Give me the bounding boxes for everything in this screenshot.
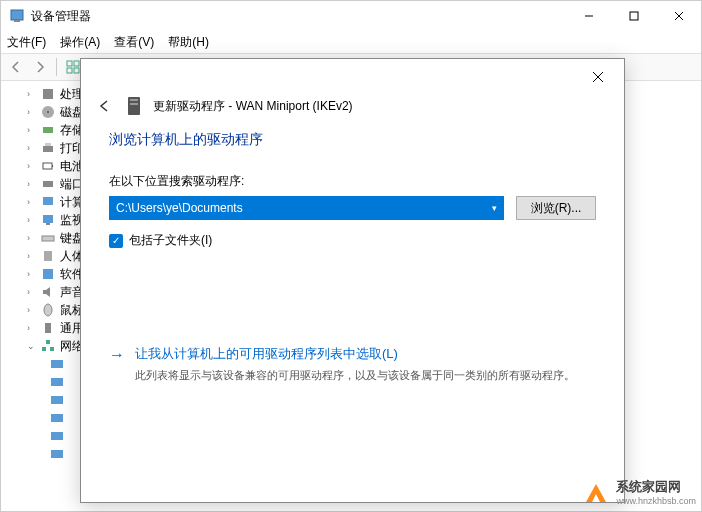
update-driver-dialog: 更新驱动程序 - WAN Miniport (IKEv2) 浏览计算机上的驱动程… bbox=[80, 58, 625, 503]
network-icon bbox=[40, 338, 56, 354]
expander-icon[interactable]: › bbox=[27, 179, 36, 189]
svg-rect-34 bbox=[42, 236, 54, 241]
arrow-right-icon: → bbox=[109, 345, 125, 384]
sound-icon bbox=[40, 284, 56, 300]
svg-rect-42 bbox=[46, 340, 50, 344]
svg-rect-53 bbox=[130, 103, 138, 105]
svg-rect-3 bbox=[630, 12, 638, 20]
storage-icon bbox=[40, 122, 56, 138]
svg-rect-31 bbox=[43, 197, 53, 205]
pick-text: 让我从计算机上的可用驱动程序列表中选取(L) 此列表将显示与该设备兼容的可用驱动… bbox=[135, 345, 575, 384]
close-button[interactable] bbox=[656, 1, 701, 31]
port-icon bbox=[40, 176, 56, 192]
dialog-close-button[interactable] bbox=[578, 62, 618, 92]
battery-icon bbox=[40, 158, 56, 174]
svg-rect-46 bbox=[51, 414, 63, 422]
svg-rect-36 bbox=[43, 269, 53, 279]
svg-rect-52 bbox=[130, 99, 138, 101]
app-icon bbox=[9, 8, 25, 24]
menu-file[interactable]: 文件(F) bbox=[7, 34, 46, 51]
expander-icon[interactable]: › bbox=[27, 323, 36, 333]
computer-icon bbox=[40, 194, 56, 210]
path-combobox[interactable]: C:\Users\ye\Documents ▾ bbox=[109, 196, 504, 220]
svg-rect-22 bbox=[43, 89, 53, 99]
svg-rect-28 bbox=[43, 163, 52, 169]
toolbar-separator bbox=[56, 58, 57, 76]
dialog-titlebar bbox=[81, 59, 624, 95]
cpu-icon bbox=[40, 86, 56, 102]
expander-icon[interactable]: › bbox=[27, 305, 36, 315]
browse-button[interactable]: 浏览(R)... bbox=[516, 196, 596, 220]
device-icon bbox=[125, 95, 143, 117]
back-button[interactable] bbox=[93, 95, 115, 117]
pick-description: 此列表将显示与该设备兼容的可用驱动程序，以及与该设备属于同一类别的所有驱动程序。 bbox=[135, 367, 575, 384]
expander-icon[interactable]: › bbox=[27, 143, 36, 153]
adapter-icon bbox=[49, 446, 65, 462]
svg-rect-32 bbox=[43, 215, 53, 223]
dialog-heading: 浏览计算机上的驱动程序 bbox=[109, 131, 596, 149]
back-arrow-icon[interactable] bbox=[5, 56, 27, 78]
expander-icon[interactable]: › bbox=[27, 215, 36, 225]
expander-icon[interactable]: › bbox=[27, 89, 36, 99]
watermark-text: 系统家园网 bbox=[616, 479, 681, 494]
adapter-icon bbox=[49, 374, 65, 390]
pick-title: 让我从计算机上的可用驱动程序列表中选取(L) bbox=[135, 345, 575, 363]
expander-icon[interactable]: › bbox=[27, 269, 36, 279]
forward-arrow-icon[interactable] bbox=[29, 56, 51, 78]
window-controls bbox=[566, 1, 701, 31]
menu-help[interactable]: 帮助(H) bbox=[168, 34, 209, 51]
close-icon bbox=[592, 71, 604, 83]
adapter-icon bbox=[49, 356, 65, 372]
svg-rect-33 bbox=[46, 223, 50, 225]
adapter-icon bbox=[49, 392, 65, 408]
dialog-title: 更新驱动程序 - WAN Miniport (IKEv2) bbox=[153, 98, 353, 115]
expander-icon[interactable]: › bbox=[27, 287, 36, 297]
expander-icon[interactable]: › bbox=[27, 251, 36, 261]
svg-rect-48 bbox=[51, 450, 63, 458]
chevron-down-icon: ▾ bbox=[492, 203, 497, 213]
svg-rect-6 bbox=[67, 61, 72, 66]
expander-icon[interactable]: › bbox=[27, 161, 36, 171]
expander-icon[interactable]: › bbox=[27, 197, 36, 207]
adapter-icon bbox=[49, 428, 65, 444]
watermark-logo-icon bbox=[582, 478, 610, 506]
svg-rect-29 bbox=[52, 165, 53, 167]
disk-icon bbox=[40, 104, 56, 120]
expander-icon[interactable]: › bbox=[27, 107, 36, 117]
menu-action[interactable]: 操作(A) bbox=[60, 34, 100, 51]
svg-rect-43 bbox=[51, 360, 63, 368]
expander-icon[interactable]: › bbox=[27, 233, 36, 243]
svg-rect-7 bbox=[74, 61, 79, 66]
monitor-icon bbox=[40, 212, 56, 228]
keyboard-icon bbox=[40, 230, 56, 246]
menubar: 文件(F) 操作(A) 查看(V) 帮助(H) bbox=[1, 31, 701, 53]
usb-icon bbox=[40, 320, 56, 336]
back-arrow-icon bbox=[97, 99, 111, 113]
pick-from-list-option[interactable]: → 让我从计算机上的可用驱动程序列表中选取(L) 此列表将显示与该设备兼容的可用… bbox=[109, 345, 596, 384]
svg-rect-9 bbox=[74, 68, 79, 73]
svg-rect-39 bbox=[45, 323, 51, 333]
svg-rect-30 bbox=[43, 181, 53, 187]
include-subfolders-label: 包括子文件夹(I) bbox=[129, 232, 212, 249]
include-subfolders-row[interactable]: ✓ 包括子文件夹(I) bbox=[109, 232, 596, 249]
expander-icon[interactable]: › bbox=[27, 125, 36, 135]
svg-point-38 bbox=[44, 304, 52, 316]
dialog-header: 更新驱动程序 - WAN Miniport (IKEv2) bbox=[81, 95, 624, 131]
adapter-icon bbox=[49, 410, 65, 426]
svg-marker-37 bbox=[43, 287, 50, 297]
svg-rect-41 bbox=[50, 347, 54, 351]
printer-icon bbox=[40, 140, 56, 156]
window-title: 设备管理器 bbox=[31, 8, 91, 25]
svg-rect-45 bbox=[51, 396, 63, 404]
maximize-button[interactable] bbox=[611, 1, 656, 31]
checkbox-checked-icon[interactable]: ✓ bbox=[109, 234, 123, 248]
watermark: 系统家园网 www.hnzkhbsb.com bbox=[582, 478, 696, 506]
svg-rect-8 bbox=[67, 68, 72, 73]
minimize-button[interactable] bbox=[566, 1, 611, 31]
menu-view[interactable]: 查看(V) bbox=[114, 34, 154, 51]
dialog-body: 浏览计算机上的驱动程序 在以下位置搜索驱动程序: C:\Users\ye\Doc… bbox=[81, 131, 624, 502]
svg-rect-27 bbox=[45, 143, 51, 146]
expander-open-icon[interactable]: ⌄ bbox=[27, 341, 36, 351]
mouse-icon bbox=[40, 302, 56, 318]
path-row: C:\Users\ye\Documents ▾ 浏览(R)... bbox=[109, 196, 596, 220]
